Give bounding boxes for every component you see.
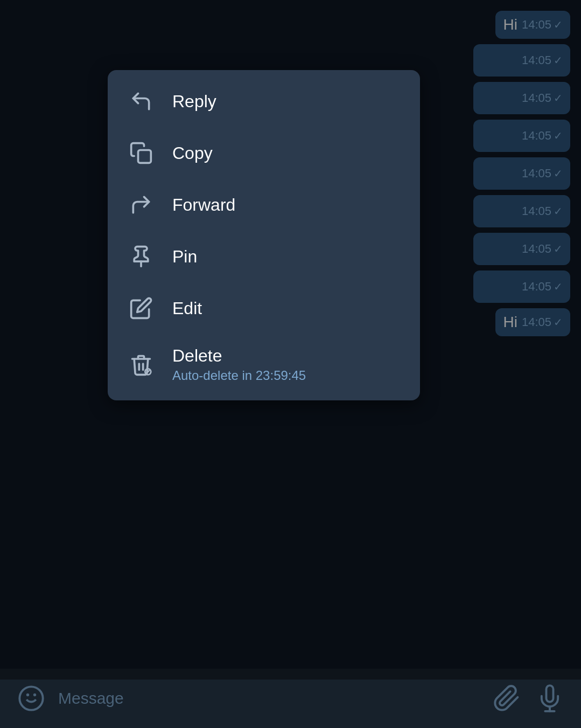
pin-label: Pin (172, 247, 197, 267)
context-menu: Reply Copy Forward (108, 70, 420, 400)
context-menu-copy[interactable]: Copy (108, 127, 420, 179)
edit-label: Edit (172, 299, 202, 318)
reply-label: Reply (172, 92, 216, 112)
context-menu-reply[interactable]: Reply (108, 75, 420, 127)
attachment-icon (493, 684, 521, 712)
delete-sublabel: Auto-delete in 23:59:45 (172, 368, 306, 383)
copy-label: Copy (172, 143, 213, 163)
edit-icon (127, 294, 155, 322)
delete-label: Delete (172, 346, 306, 366)
reply-icon (127, 87, 155, 115)
microphone-icon (536, 684, 564, 712)
emoji-button[interactable] (15, 682, 47, 715)
attachment-button[interactable] (491, 682, 523, 715)
emoji-icon (17, 684, 45, 712)
message-placeholder: Message (58, 689, 124, 708)
microphone-button[interactable] (534, 682, 566, 715)
edit-label-group: Edit (172, 299, 202, 318)
message-input-area[interactable]: Message (58, 689, 480, 708)
copy-icon (127, 139, 155, 167)
svg-rect-0 (138, 150, 151, 163)
forward-label: Forward (172, 195, 235, 215)
copy-label-group: Copy (172, 143, 213, 163)
pin-icon (127, 242, 155, 271)
context-menu-forward[interactable]: Forward (108, 179, 420, 231)
svg-point-4 (19, 687, 43, 710)
forward-label-group: Forward (172, 195, 235, 215)
context-menu-delete[interactable]: Delete Auto-delete in 23:59:45 (108, 334, 420, 395)
reply-label-group: Reply (172, 92, 216, 112)
context-menu-edit[interactable]: Edit (108, 282, 420, 334)
forward-icon (127, 191, 155, 219)
pin-label-group: Pin (172, 247, 197, 267)
delete-label-group: Delete Auto-delete in 23:59:45 (172, 346, 306, 383)
delete-icon (127, 351, 155, 379)
context-menu-pin[interactable]: Pin (108, 231, 420, 282)
